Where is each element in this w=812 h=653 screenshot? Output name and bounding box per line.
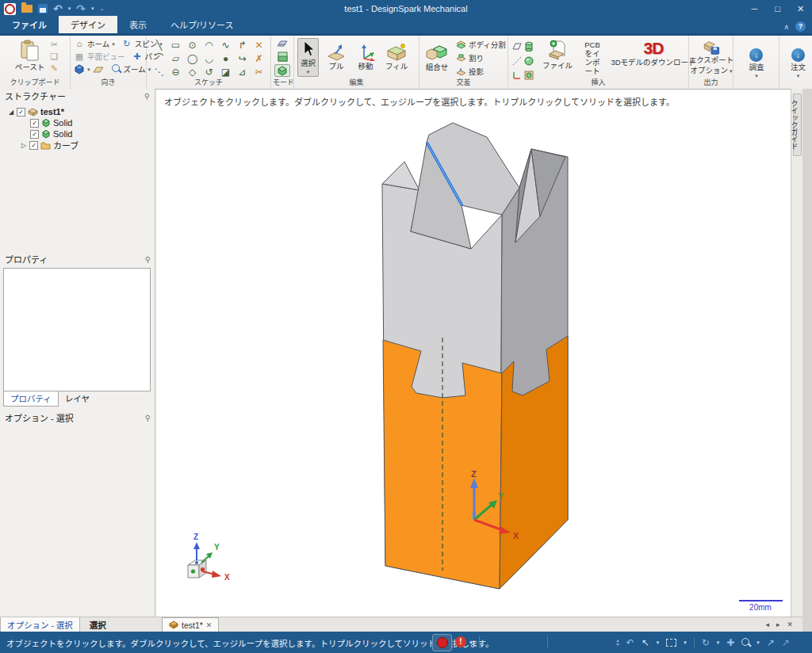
tab-close-icon[interactable]: ✕	[787, 621, 793, 628]
zoom-caret-icon[interactable]: ▾	[756, 640, 760, 646]
plan-view-button[interactable]: ▦平面ビュー	[74, 51, 125, 63]
undo-caret-icon[interactable]: ▾	[68, 6, 71, 12]
insert-sphere-icon[interactable]	[523, 54, 534, 67]
mode-solid-button[interactable]	[274, 64, 290, 77]
sketch-rectangle-icon[interactable]: ▭	[167, 39, 184, 52]
order-button[interactable]: ↓ 注文 ▾	[788, 47, 808, 80]
mode-sketch-button[interactable]	[274, 38, 290, 49]
tab-scroll-left-icon[interactable]: ◂	[765, 621, 769, 628]
select-tool-icon[interactable]: ↖	[642, 638, 649, 647]
insert-cylinder-icon[interactable]	[523, 40, 534, 53]
record-button[interactable]	[432, 634, 452, 651]
zoom-extents-icon[interactable]: ↗	[767, 638, 775, 647]
home-view-button[interactable]: ⌂ホーム▾	[74, 38, 115, 50]
box-select-caret-icon[interactable]: ▾	[684, 640, 687, 646]
split-button[interactable]: 割り	[456, 52, 506, 64]
sketch-circle-icon[interactable]: ⊙	[184, 39, 201, 52]
tree-row-root[interactable]: ◢ ✓ test1*	[0, 106, 155, 117]
expander-collapsed-icon[interactable]: ▷	[21, 142, 27, 149]
box-select-icon[interactable]	[666, 639, 676, 647]
sketch-arc2-icon[interactable]: ◡	[201, 52, 217, 66]
sketch-spline-icon[interactable]: ∿	[217, 39, 234, 52]
checkbox-checked-icon[interactable]: ✓	[29, 141, 38, 150]
tree-row-solid-1[interactable]: ✓ Solid	[0, 117, 155, 128]
pull-button[interactable]: プル	[324, 42, 348, 73]
export-options-button[interactable]: エクスポート オプション▾	[687, 38, 737, 77]
sketch-arc-icon[interactable]: ◠	[201, 39, 217, 52]
tab-properties[interactable]: プロパティ	[3, 391, 59, 407]
combine-button[interactable]: 組合せ	[423, 41, 451, 74]
checkbox-checked-icon[interactable]: ✓	[17, 108, 25, 116]
checkbox-checked-icon[interactable]: ✓	[30, 130, 39, 139]
download-3d-model-button[interactable]: 3D 3Dモデルのダウンロード	[610, 38, 697, 77]
mode-section-button[interactable]	[274, 51, 290, 63]
tab-scroll-right-icon[interactable]: ▸	[776, 621, 780, 628]
tab-help-resources[interactable]: ヘルプ/リソース	[159, 16, 246, 33]
select-tool-caret-icon[interactable]: ▾	[657, 640, 660, 646]
quick-guide-tab[interactable]: クイックガイド	[793, 94, 802, 156]
save-icon[interactable]	[38, 4, 48, 13]
model-canvas[interactable]: Z Y X Z Y X 20mm	[156, 90, 791, 617]
sketch-ellipse-icon[interactable]: ◯	[184, 52, 201, 66]
zoom-tool-icon[interactable]	[741, 638, 749, 646]
pan-tool-icon[interactable]: ✚	[726, 638, 734, 647]
app-logo-icon[interactable]	[4, 3, 16, 15]
tab-options-select[interactable]: オプション - 選択	[0, 617, 80, 632]
ribbon-collapse-icon[interactable]: ∧	[783, 23, 789, 31]
pin-icon[interactable]: ⚲	[145, 255, 151, 264]
properties-content[interactable]	[3, 268, 151, 391]
tab-design[interactable]: デザイン	[59, 16, 117, 33]
corner-cube-icon[interactable]	[416, 52, 416, 64]
investigate-button[interactable]: ↓ 調査 ▾	[746, 47, 766, 80]
sketch-parallelogram-icon[interactable]: ▱	[167, 52, 184, 66]
error-badge-icon[interactable]: !	[455, 636, 466, 647]
pin-icon[interactable]: ⚲	[144, 92, 150, 101]
qat-customize-icon[interactable]: ⌄	[100, 6, 105, 12]
close-button[interactable]: ✕	[789, 4, 812, 14]
insert-plane-icon[interactable]	[511, 40, 523, 53]
tab-display[interactable]: 表示	[117, 16, 159, 33]
move-button[interactable]: 移動	[354, 42, 377, 73]
paste-button[interactable]: ペースト	[13, 38, 48, 77]
help-icon[interactable]: ?	[795, 21, 806, 32]
import-pcb-button[interactable]: PCB をインポート	[580, 38, 604, 77]
sketch-tangent-icon[interactable]: ⌒	[151, 52, 167, 66]
tab-layers[interactable]: レイヤ	[59, 391, 96, 407]
expander-expanded-icon[interactable]: ◢	[8, 109, 14, 116]
document-tab[interactable]: test1* ✕	[162, 617, 219, 632]
error-caret-icon[interactable]: ▾	[469, 640, 473, 646]
insert-axis-icon[interactable]	[511, 54, 523, 67]
select-button[interactable]: 選択 ▾	[297, 38, 319, 77]
format-painter-icon[interactable]: ✎	[50, 63, 58, 73]
cut-icon[interactable]: ✂	[50, 40, 58, 49]
previous-view-icon[interactable]: ↶	[626, 638, 634, 647]
pin-icon[interactable]: ⚲	[145, 414, 151, 422]
copy-icon[interactable]: ❏	[50, 52, 58, 61]
redo-icon[interactable]: ↷	[76, 3, 86, 14]
orbit-icon[interactable]: ↻	[702, 638, 710, 647]
sketch-point-icon[interactable]: ●	[217, 52, 234, 66]
tree-row-curves[interactable]: ▷ ✓ カーブ	[0, 139, 155, 151]
minimize-button[interactable]: ─	[743, 4, 766, 14]
document-tab-close-icon[interactable]: ✕	[206, 621, 213, 629]
sketch-trim-icon[interactable]: ✕	[251, 39, 267, 52]
sketch-split-icon[interactable]: ✗	[251, 52, 267, 66]
redo-caret-icon[interactable]: ▾	[91, 6, 94, 12]
tab-file[interactable]: ファイル	[0, 16, 59, 33]
sketch-fillet-icon[interactable]: ↪	[234, 52, 251, 66]
open-file-icon[interactable]	[21, 5, 33, 13]
tab-select[interactable]: 選択	[80, 617, 116, 632]
fill-button[interactable]: フィル	[383, 42, 410, 73]
maximize-button[interactable]: □	[766, 4, 789, 14]
zoom-window-icon[interactable]: ↗	[782, 638, 790, 647]
split-body-button[interactable]: ボディ分割	[456, 39, 506, 51]
view-cube-button[interactable]: ▾	[74, 64, 104, 74]
sketch-line-icon[interactable]: ╲	[151, 39, 167, 52]
project-button[interactable]: 投影	[456, 66, 506, 78]
viewport-3d[interactable]: Z Y X Z Y X 20mm オブジェクトをクリックします	[156, 89, 791, 617]
spinner-icon[interactable]: ▴▾	[617, 639, 619, 647]
insert-file-button[interactable]: ファイル	[540, 38, 575, 77]
sketch-bend-icon[interactable]: ↱	[234, 39, 251, 52]
zoom-button[interactable]: ズーム▾	[110, 63, 151, 75]
checkbox-checked-icon[interactable]: ✓	[30, 119, 39, 128]
